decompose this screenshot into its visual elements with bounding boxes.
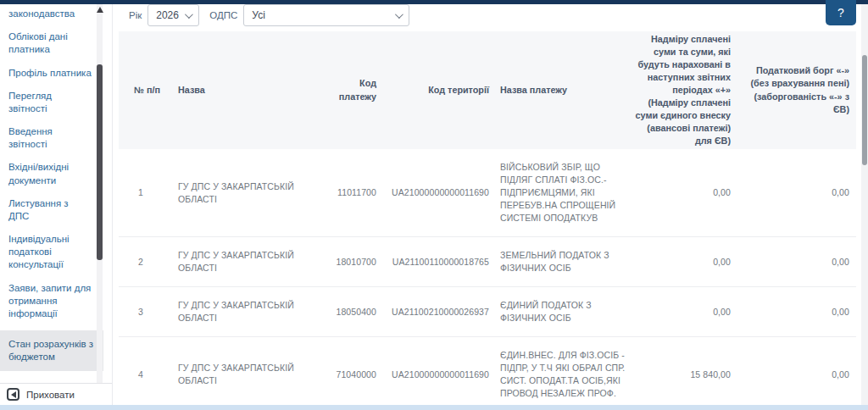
sidebar-item[interactable]: Заяви, запити для отримання інформації <box>0 282 95 321</box>
cell-name: ГУ ДПС У ЗАКАРПАТСЬКІЙ ОБЛАСТІ <box>170 350 326 399</box>
page-scrollbar-thumb[interactable] <box>862 55 867 165</box>
cell-payment-name: ЄДИН.ВНЕС. ДЛЯ ФІЗ.ОСІБ - ПІДПР, У Т.Ч Я… <box>496 337 632 410</box>
chevron-down-icon <box>395 10 403 19</box>
cell-territory-code: UA21000000000011690 <box>383 357 496 393</box>
cell-payment-name: ЗЕМЕЛЬНИЙ ПОДАТОК З ФІЗИЧНИХ ОСІБ <box>496 237 632 286</box>
sidebar-item[interactable]: законодавства <box>0 8 95 20</box>
cell-name: ГУ ДПС У ЗАКАРПАТСЬКІЙ ОБЛАСТІ <box>170 169 326 218</box>
cell-payment-name: ЄДИНИЙ ПОДАТОК З ФІЗИЧНИХ ОСІБ <box>496 287 632 336</box>
sidebar-scrollbar-thumb[interactable] <box>97 64 103 260</box>
table-row[interactable]: 1 ГУ ДПС У ЗАКАРПАТСЬКІЙ ОБЛАСТІ 1101170… <box>119 149 856 237</box>
cell-territory-code: UA21100210000026937 <box>383 294 496 330</box>
cell-debt: 0,00 <box>737 294 856 330</box>
odps-label: ОДПС <box>209 10 237 20</box>
col-header-debt: Податковий борг «-» (без врахування пені… <box>737 64 856 115</box>
year-select-value: 2026 <box>156 9 179 21</box>
collapse-label: Приховати <box>26 390 75 400</box>
cell-num: 2 <box>119 244 170 280</box>
cell-debt: 0,00 <box>737 357 856 393</box>
sidebar: законодавства Облікові дані платника Про… <box>0 4 113 405</box>
cell-debt: 0,00 <box>737 244 856 280</box>
sidebar-item[interactable]: Листування з ДПС <box>0 197 95 223</box>
page-scrollbar[interactable] <box>861 4 868 405</box>
sidebar-item[interactable]: Введення звітності <box>0 125 95 151</box>
table-header: № п/п Назва Код платежу Код території На… <box>119 31 856 149</box>
sidebar-nav: законодавства Облікові дані платника Про… <box>0 4 112 410</box>
sidebar-item[interactable]: Індивідуальні податкові консультації <box>0 233 95 272</box>
cell-num: 4 <box>119 357 170 393</box>
cell-name: ГУ ДПС У ЗАКАРПАТСЬКІЙ ОБЛАСТІ <box>170 237 326 286</box>
sidebar-collapse-button[interactable]: Приховати <box>0 383 112 405</box>
col-header-overpaid: Надміру сплачені суми та суми, які будут… <box>632 33 737 148</box>
app-root: ? законодавства Облікові дані платника П… <box>0 0 868 410</box>
odps-select[interactable]: Усі <box>243 4 409 26</box>
table-row[interactable]: 3 ГУ ДПС У ЗАКАРПАТСЬКІЙ ОБЛАСТІ 1805040… <box>119 287 856 337</box>
cell-territory-code: UA21100110000018765 <box>383 244 496 280</box>
table-row[interactable]: 4 ГУ ДПС У ЗАКАРПАТСЬКІЙ ОБЛАСТІ 7104000… <box>119 337 856 410</box>
cell-debt: 0,00 <box>737 175 856 211</box>
cell-overpaid: 15 840,00 <box>632 357 737 393</box>
sidebar-item[interactable]: Вхідні/вихідні документи <box>0 161 95 186</box>
scroll-up-arrow-icon[interactable] <box>97 7 103 13</box>
table-body: 1 ГУ ДПС У ЗАКАРПАТСЬКІЙ ОБЛАСТІ 1101170… <box>119 149 856 410</box>
year-label: Рік <box>129 10 142 20</box>
col-header-name: Назва <box>170 84 326 97</box>
col-header-payment-code: Код платежу <box>326 77 383 102</box>
col-header-num: № п/п <box>119 84 170 97</box>
cell-payment-code: 71040000 <box>326 357 383 393</box>
chevron-down-icon <box>185 10 193 19</box>
cell-payment-code: 11011700 <box>326 175 383 211</box>
cell-territory-code: UA21000000000011690 <box>383 175 496 211</box>
sidebar-item[interactable]: Профіль платника <box>0 67 95 80</box>
sidebar-item[interactable]: Перегляд звітності <box>0 90 95 115</box>
col-header-territory-code: Код території <box>383 84 496 97</box>
odps-select-value: Усі <box>252 9 265 21</box>
cell-overpaid: 0,00 <box>632 244 737 280</box>
bottom-scroll-strip <box>0 405 868 410</box>
sidebar-item[interactable]: Стан розрахунків з бюджетом <box>0 330 103 371</box>
cell-num: 1 <box>119 175 170 211</box>
cell-payment-code: 18050400 <box>326 294 383 330</box>
year-select[interactable]: 2026 <box>147 4 199 26</box>
cell-overpaid: 0,00 <box>632 294 737 330</box>
cell-num: 3 <box>119 294 170 330</box>
cell-overpaid: 0,00 <box>632 175 737 211</box>
help-button[interactable]: ? <box>826 0 856 25</box>
filters-bar: Рік 2026 ОДПС Усі <box>129 4 409 26</box>
cell-payment-name: ВІЙСЬКОВИЙ ЗБІР, ЩО ПІДЛЯГ СПЛАТІ ФІЗ.ОС… <box>496 149 632 236</box>
table-row[interactable]: 2 ГУ ДПС У ЗАКАРПАТСЬКІЙ ОБЛАСТІ 1801070… <box>119 237 856 287</box>
cell-name: ГУ ДПС У ЗАКАРПАТСЬКІЙ ОБЛАСТІ <box>170 287 326 336</box>
col-header-payment-name: Назва платежу <box>496 84 632 97</box>
cell-payment-code: 18010700 <box>326 244 383 280</box>
collapse-sidebar-icon <box>7 388 19 401</box>
sidebar-item[interactable]: Облікові дані платника <box>0 30 95 56</box>
